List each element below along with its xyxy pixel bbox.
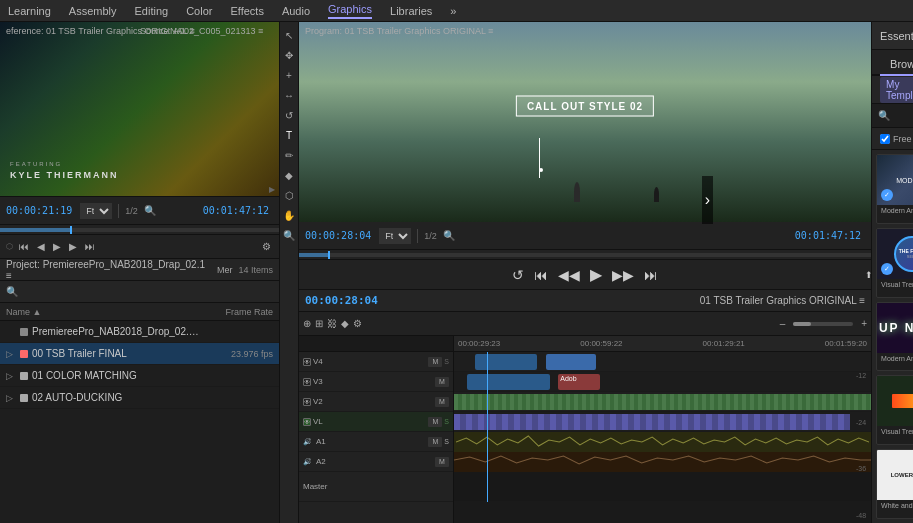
source-prev-btn[interactable]: ⏮ — [17, 241, 31, 252]
col-name-header: Name ▲ — [6, 307, 203, 317]
tool-move[interactable]: ✥ — [280, 46, 298, 64]
scrub-playhead[interactable] — [70, 226, 72, 234]
program-scrubbar[interactable] — [299, 250, 871, 260]
program-step-fwd-btn[interactable]: ▶▶ — [610, 267, 636, 283]
tl-zoom-slider[interactable] — [793, 322, 811, 326]
tl-zoom-in[interactable]: + — [861, 318, 867, 329]
source-scrubbar[interactable] — [0, 225, 279, 235]
track-row-a2[interactable] — [454, 452, 871, 472]
program-rate-select[interactable]: Ft — [379, 228, 411, 244]
tool-zoom-tool[interactable]: 🔍 — [280, 226, 298, 244]
tl-add-track[interactable]: ⊕ — [303, 318, 311, 329]
db-scale: -12 -24 -36 -48 — [851, 352, 871, 523]
clip-v2-main[interactable] — [454, 394, 871, 410]
tool-hand[interactable]: ✋ — [280, 206, 298, 224]
program-playhead-marker[interactable] — [328, 251, 330, 259]
program-play-btn[interactable]: ▶ — [588, 265, 604, 284]
track-row-v3[interactable]: Adob — [454, 372, 871, 392]
program-prev-btn[interactable]: ⏮ — [532, 267, 550, 283]
eg-tab-browse[interactable]: Browse — [880, 54, 913, 76]
program-zoom-btn[interactable]: 🔍 — [441, 230, 457, 241]
track-name-master: Master — [303, 482, 449, 491]
eg-search-input[interactable] — [894, 110, 913, 121]
source-step-fwd-btn[interactable]: ▶ — [67, 241, 79, 252]
program-lift-btn[interactable]: ⬆ — [863, 270, 875, 280]
project-item[interactable]: ▷ 00 TSB Trailer FINAL 23.976 fps — [0, 343, 279, 365]
ctrl-sep — [417, 229, 418, 243]
clip-v3-1[interactable] — [467, 374, 550, 390]
clip-v4-2[interactable] — [546, 354, 596, 370]
nav-effects[interactable]: Effects — [230, 5, 263, 17]
tool-mask[interactable]: ⬡ — [280, 186, 298, 204]
nav-color[interactable]: Color — [186, 5, 212, 17]
track-mute-v1[interactable]: M — [428, 417, 442, 427]
track-name-v2: V2 — [313, 397, 433, 406]
tool-pen[interactable]: ✏ — [280, 146, 298, 164]
program-next-btn[interactable]: ⏭ — [642, 267, 660, 283]
project-item[interactable]: ▷ 02 AUTO-DUCKING — [0, 387, 279, 409]
eg-thumb-3: ✓ THE FLUID SELF — [877, 229, 913, 279]
track-vis-v2[interactable]: 👁 — [303, 398, 311, 406]
track-mute-v2[interactable]: M — [435, 397, 449, 407]
clip-v3-2[interactable]: Adob — [558, 374, 600, 390]
timeline-playhead[interactable] — [487, 352, 488, 502]
source-step-back-btn[interactable]: ◀ — [35, 241, 47, 252]
clip-v4-1[interactable] — [475, 354, 538, 370]
nav-editing[interactable]: Editing — [135, 5, 169, 17]
nav-libraries[interactable]: Libraries — [390, 5, 432, 17]
program-step-back-btn[interactable]: ◀◀ — [556, 267, 582, 283]
program-loop-btn[interactable]: ↺ — [510, 267, 526, 283]
eg-item-9[interactable]: LOWER THIRD White and Gray Lo... — [876, 449, 913, 519]
filter-free-checkbox[interactable] — [880, 134, 890, 144]
eg-thumb-5: UP NEXT — [877, 303, 913, 353]
track-row-master[interactable] — [454, 472, 871, 502]
project-item[interactable]: ▷ 01 COLOR MATCHING — [0, 365, 279, 387]
item-fps: 23.976 fps — [203, 349, 273, 359]
track-label-v2: 👁 V2 M — [299, 392, 453, 412]
tl-link[interactable]: ⛓ — [327, 318, 337, 329]
project-search-input[interactable] — [22, 286, 273, 297]
nav-graphics[interactable]: Graphics — [328, 3, 372, 19]
tl-marker[interactable]: ◆ — [341, 318, 349, 329]
nav-learning[interactable]: Learning — [8, 5, 51, 17]
source-play-btn[interactable]: ▶ — [51, 241, 63, 252]
tool-anchor[interactable]: + — [280, 66, 298, 84]
eg-item-7[interactable]: Visual Trends: The Fluid ... — [876, 375, 913, 445]
tl-settings[interactable]: ⚙ — [353, 318, 362, 329]
eg-item-3[interactable]: ✓ THE FLUID SELF Visual Trends: The Flui… — [876, 228, 913, 298]
track-row-v4[interactable] — [454, 352, 871, 372]
source-zoom-btn[interactable]: 🔍 — [142, 205, 158, 216]
scroll-right-arrow[interactable]: › — [702, 176, 713, 224]
tl-zoom-out[interactable]: – — [780, 318, 786, 329]
track-mute-v4[interactable]: M — [428, 357, 442, 367]
tool-text[interactable]: T — [280, 126, 298, 144]
nav-audio[interactable]: Audio — [282, 5, 310, 17]
track-row-v2[interactable] — [454, 392, 871, 412]
clip-v1-main[interactable] — [454, 414, 850, 430]
eg-subtab-my-templates[interactable]: My Templates — [880, 77, 913, 103]
tool-selection[interactable]: ↖ — [280, 26, 298, 44]
track-labels: 👁 V4 M S 👁 V3 M 👁 V2 M — [299, 336, 454, 523]
track-vis-v4[interactable]: 👁 — [303, 358, 311, 366]
track-row-a1[interactable] — [454, 432, 871, 452]
eg-item-5[interactable]: UP NEXT Modern Animated Grad... — [876, 302, 913, 372]
track-mute-v3[interactable]: M — [435, 377, 449, 387]
track-mute-a1[interactable]: M — [428, 437, 442, 447]
track-mute-a2[interactable]: M — [435, 457, 449, 467]
track-row-v1[interactable] — [454, 412, 871, 432]
nav-assembly[interactable]: Assembly — [69, 5, 117, 17]
source-settings-btn[interactable]: ⚙ — [260, 241, 273, 252]
eg-item-1[interactable]: ✓ MODERN Modern Animated Grad... — [876, 154, 913, 224]
track-vis-v1[interactable]: 👁 — [303, 418, 311, 426]
tool-rotate[interactable]: ↺ — [280, 106, 298, 124]
track-vis-v3[interactable]: 👁 — [303, 378, 311, 386]
project-item[interactable]: PremiereePro_NAB2018_Drop_02.1.prproj — [0, 321, 279, 343]
source-rate-select[interactable]: Ft — [80, 203, 112, 219]
tl-snap[interactable]: ⊞ — [315, 318, 323, 329]
tool-scale[interactable]: ↔ — [280, 86, 298, 104]
nav-more[interactable]: » — [450, 5, 456, 17]
source-next-btn[interactable]: ⏭ — [83, 241, 97, 252]
item-name: 02 AUTO-DUCKING — [32, 392, 203, 403]
filter-free[interactable]: Free — [880, 134, 912, 144]
tool-shape[interactable]: ◆ — [280, 166, 298, 184]
